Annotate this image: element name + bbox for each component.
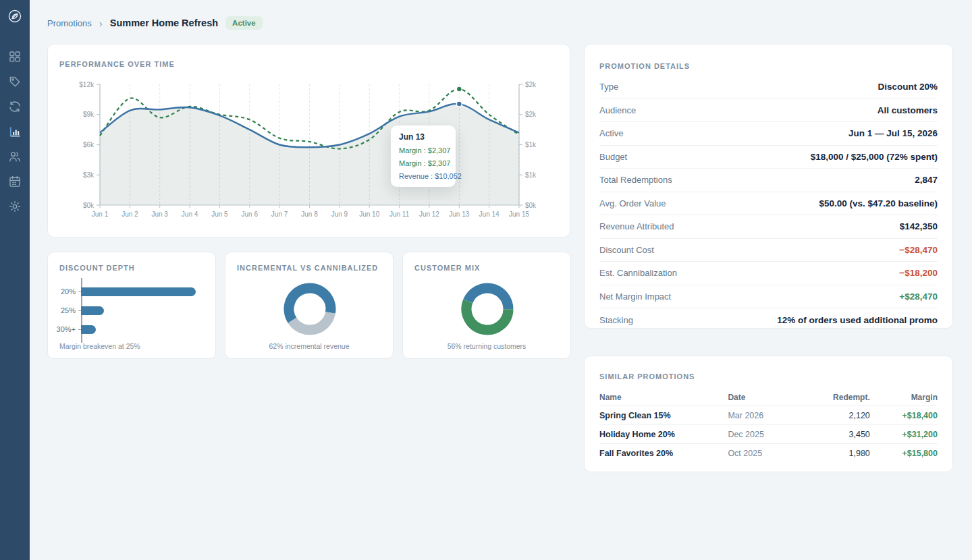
similar-promotions-card: SIMILAR PROMOTIONS Name Date Redempt. Ma… [584, 356, 953, 472]
breadcrumb: Promotions › Summer Home Refresh Active [47, 16, 263, 30]
svg-text:Jun 4: Jun 4 [182, 211, 198, 218]
tooltip-date: Jun 13 [399, 132, 448, 142]
detail-row: Avg. Order Value $50.00 (vs. $47.20 base… [599, 192, 938, 216]
refresh-icon [8, 100, 22, 113]
discount-depth-caption: Margin breakeven at 25% [48, 342, 215, 350]
col-header-redempt: Redempt. [809, 393, 870, 402]
detail-label: Budget [599, 152, 627, 162]
calendar-icon [8, 175, 22, 188]
sidebar-item-customers[interactable] [8, 150, 22, 163]
svg-text:$3k: $3k [83, 171, 94, 179]
svg-text:$6k: $6k [83, 141, 94, 148]
col-header-margin: Margin [870, 393, 938, 402]
sidebar-item-dashboard[interactable] [8, 50, 22, 63]
customer-mix-title: CUSTOMER MIX [414, 264, 559, 272]
svg-text:Jun 3: Jun 3 [151, 211, 168, 218]
customer-mix-donut-chart [403, 277, 572, 341]
svg-text:Jun 1: Jun 1 [92, 211, 109, 218]
discount-depth-bars: 20% 25% 30%+ [48, 282, 217, 339]
detail-label: Est. Cannibalization [599, 268, 677, 278]
discount-depth-card: DISCOUNT DEPTH 20% 25% 30%+ Margin break… [47, 252, 216, 359]
main-content: Promotions › Summer Home Refresh Active … [30, 0, 972, 560]
svg-text:Jun 10: Jun 10 [359, 211, 379, 218]
incremental-donut-chart [225, 277, 394, 341]
detail-row: Total Redemptions 2,847 [599, 169, 938, 192]
promotion-details-title: PROMOTION DETAILS [599, 62, 938, 70]
detail-label: Stacking [599, 315, 633, 325]
table-row[interactable]: Fall Favorites 20% Oct 2025 1,980 +$15,8… [599, 444, 938, 463]
bar-row-25: 25% [48, 301, 217, 320]
similar-promotions-title: SIMILAR PROMOTIONS [599, 372, 938, 381]
bar-row-30plus: 30%+ [48, 320, 217, 339]
detail-value: 12% of orders used additional promo [777, 315, 938, 325]
performance-chart-title: PERFORMANCE OVER TIME [59, 60, 558, 68]
svg-text:Jun 9: Jun 9 [331, 211, 348, 218]
svg-text:$0k: $0k [525, 202, 537, 209]
detail-value: $50.00 (vs. $47.20 baseline) [819, 198, 938, 208]
svg-text:$0k: $0k [83, 202, 94, 209]
detail-value: Jun 1 — Jul 15, 2026 [848, 128, 938, 138]
svg-text:Jun 5: Jun 5 [211, 211, 228, 218]
svg-text:Jun 7: Jun 7 [271, 211, 288, 218]
detail-label: Avg. Order Value [599, 198, 666, 208]
svg-text:$9k: $9k [83, 111, 94, 118]
sidebar-item-promotions[interactable] [8, 75, 22, 88]
svg-text:Jun 12: Jun 12 [419, 211, 439, 218]
chevron-right-icon: › [99, 18, 103, 28]
sidebar-item-settings[interactable] [8, 200, 22, 213]
detail-label: Audience [599, 105, 636, 115]
sidebar-item-calendar[interactable] [8, 175, 22, 188]
svg-text:Jun 8: Jun 8 [301, 211, 318, 218]
promo-margin: +$15,800 [870, 449, 938, 458]
detail-value: $18,000 / $25,000 (72% spent) [811, 152, 938, 162]
sidebar-item-analytics-active[interactable] [8, 125, 22, 138]
customer-mix-card: CUSTOMER MIX 56% returning customers [402, 252, 571, 359]
table-row[interactable]: Holiday Home 20% Dec 2025 3,450 +$31,200 [599, 425, 938, 444]
bar-chart-icon [8, 125, 22, 138]
promo-date: Mar 2026 [728, 411, 809, 420]
tooltip-revenue-line: Revenue : $10,052 [399, 172, 448, 180]
discount-depth-title: DISCOUNT DEPTH [59, 264, 204, 272]
svg-text:$2k: $2k [525, 111, 537, 118]
detail-value: $142,350 [900, 221, 938, 231]
detail-label: Type [599, 82, 618, 92]
svg-text:$1k: $1k [525, 171, 537, 179]
detail-value: +$28,470 [899, 291, 938, 302]
promo-name: Spring Clean 15% [599, 411, 728, 420]
detail-label: Discount Cost [599, 245, 654, 255]
promo-margin: +$31,200 [870, 430, 938, 439]
discount-bar [81, 287, 196, 296]
performance-chart-plot[interactable]: $12k$2k$9k$2k$6k$1k$3k$1k$0k$0kJun 1Jun … [48, 77, 571, 235]
detail-value: Discount 20% [878, 82, 938, 92]
svg-text:Jun 2: Jun 2 [122, 211, 138, 218]
detail-row: Stacking 12% of orders used additional p… [599, 308, 938, 332]
detail-row: Type Discount 20% [599, 76, 938, 99]
chart-tooltip: Jun 13 Margin : $2,307 Margin : $2,307 R… [391, 125, 456, 187]
app-logo-leaf-icon[interactable] [7, 8, 23, 27]
detail-row: Est. Cannibalization −$18,200 [599, 262, 938, 285]
bar-label: 25% [48, 306, 78, 314]
detail-value: All customers [878, 105, 938, 115]
promo-redemptions: 1,980 [809, 449, 870, 458]
svg-text:$1k: $1k [525, 141, 537, 148]
incremental-title: INCREMENTAL VS CANNIBALIZED [237, 264, 381, 272]
promotion-details-card: PROMOTION DETAILS Type Discount 20% Audi… [584, 44, 953, 329]
customer-mix-caption: 56% returning customers [403, 342, 570, 350]
grid-icon [8, 50, 22, 63]
col-header-name: Name [599, 393, 728, 402]
discount-bar [81, 325, 96, 334]
detail-row: Net Margin Impact +$28,470 [599, 285, 938, 309]
promo-redemptions: 3,450 [809, 430, 870, 439]
bar-label: 30%+ [48, 325, 78, 333]
promotion-details-list: Type Discount 20% Audience All customers… [599, 76, 938, 332]
detail-row: Revenue Attributed $142,350 [599, 215, 938, 239]
detail-label: Total Redemptions [599, 175, 672, 185]
detail-label: Revenue Attributed [599, 221, 674, 231]
svg-text:$12k: $12k [79, 81, 94, 88]
tooltip-margin-line-1: Margin : $2,307 [399, 146, 448, 155]
sidebar-item-sync[interactable] [8, 100, 22, 113]
table-row[interactable]: Spring Clean 15% Mar 2026 2,120 +$18,400 [599, 406, 938, 425]
detail-value: −$28,470 [899, 245, 938, 255]
col-header-date: Date [728, 393, 809, 402]
breadcrumb-promotions-link[interactable]: Promotions [47, 18, 92, 28]
